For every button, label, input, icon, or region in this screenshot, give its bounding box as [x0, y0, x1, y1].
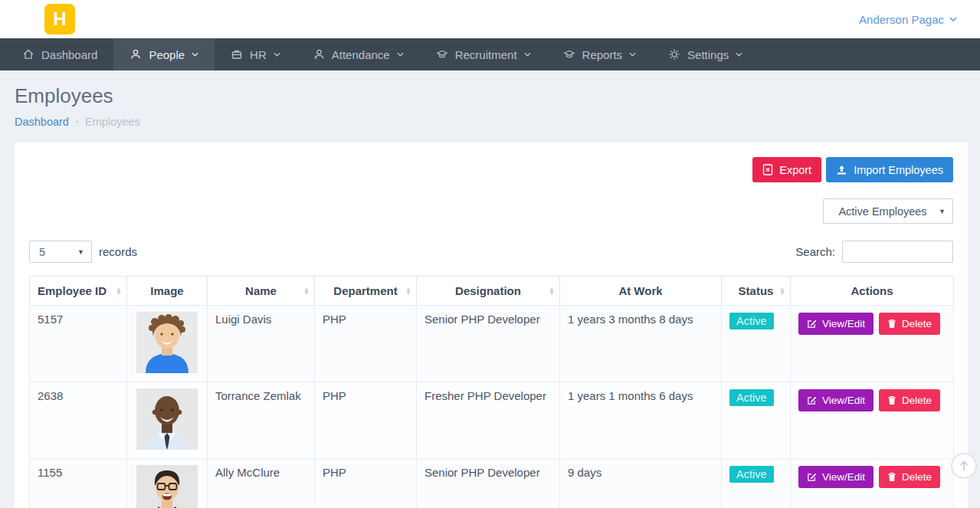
status-badge: Active: [729, 313, 774, 329]
employee-actions-cell: View/Edit Delete: [791, 306, 954, 382]
column-header-employee-id[interactable]: Employee ID▲▼: [30, 277, 127, 306]
chevron-down-icon: [629, 52, 636, 57]
column-header-name[interactable]: Name▲▼: [208, 277, 315, 306]
column-header-department[interactable]: Department▲▼: [315, 277, 417, 306]
search-input[interactable]: [842, 241, 953, 263]
main-nav: Dashboard People HR Attendance Recruitme…: [0, 38, 980, 70]
employee-at-work-cell: 9 days: [560, 459, 722, 508]
employee-designation-cell: Senior PHP Developer: [417, 459, 560, 508]
employee-filter-select[interactable]: Active Employees ▼: [823, 198, 953, 224]
breadcrumb-dashboard-link[interactable]: Dashboard: [15, 116, 69, 128]
select-caret-icon: ▼: [939, 208, 946, 215]
delete-button[interactable]: Delete: [879, 389, 940, 411]
employee-actions-cell: View/Edit Delete: [791, 459, 954, 508]
employee-department-cell: PHP: [315, 459, 417, 508]
nav-label: Dashboard: [41, 48, 97, 61]
toolbar: Export Import Employees: [29, 157, 953, 182]
user-name: Anderson Pagac: [859, 13, 944, 26]
employee-id-cell: 5157: [30, 306, 127, 382]
nav-item-people[interactable]: People: [113, 38, 215, 70]
search-control: Search:: [795, 241, 953, 263]
view-edit-button[interactable]: View/Edit: [798, 389, 873, 411]
employee-photo: [136, 465, 198, 508]
chevron-down-icon: [524, 52, 531, 57]
nav-item-settings[interactable]: Settings: [652, 38, 759, 70]
records-length-control: 5 ▼ records: [29, 241, 137, 263]
table-row: 5157 Luigi Davis PHP Senior PHP: [30, 306, 954, 382]
top-bar: H Anderson Pagac: [0, 0, 980, 38]
person-icon: [129, 48, 142, 61]
employee-status-cell: Active: [722, 459, 791, 508]
nav-item-attendance[interactable]: Attendance: [297, 38, 420, 70]
nav-item-recruitment[interactable]: Recruitment: [420, 38, 547, 70]
export-button-label: Export: [779, 164, 811, 176]
import-employees-button[interactable]: Import Employees: [826, 157, 953, 182]
chevron-down-icon: [949, 17, 957, 21]
employee-image-cell: [127, 459, 208, 508]
nav-item-hr[interactable]: HR: [215, 38, 297, 70]
sort-icon: ▲▼: [779, 287, 785, 295]
trash-icon: [887, 319, 896, 329]
employee-name-cell: Torrance Zemlak: [208, 382, 315, 459]
employee-at-work-cell: 1 years 1 months 6 days: [560, 382, 722, 459]
chevron-down-icon: [192, 52, 198, 57]
column-header-status[interactable]: Status▲▼: [722, 277, 791, 306]
employee-designation-cell: Senior PHP Developer: [417, 306, 560, 382]
graduation-cap-icon: [436, 48, 448, 61]
records-per-page-value: 5: [39, 246, 45, 258]
edit-icon: [807, 472, 817, 482]
import-button-label: Import Employees: [854, 164, 943, 176]
page-head: Employees Dashboard • Employees: [0, 70, 980, 128]
home-icon: [22, 48, 34, 61]
delete-button[interactable]: Delete: [879, 313, 940, 335]
filter-row: Active Employees ▼: [29, 198, 953, 224]
status-badge: Active: [729, 466, 774, 483]
employee-photo: [136, 312, 198, 373]
nav-label: Recruitment: [455, 48, 517, 61]
upload-icon: [836, 165, 847, 175]
sort-icon: ▲▼: [549, 287, 555, 295]
user-menu[interactable]: Anderson Pagac: [859, 13, 957, 26]
column-header-designation[interactable]: Designation▲▼: [417, 277, 560, 306]
chevron-down-icon: [397, 52, 404, 57]
employees-card: Export Import Employees Active Employees…: [15, 143, 968, 508]
nav-label: HR: [250, 48, 267, 61]
page-title: Employees: [15, 84, 965, 108]
edit-icon: [807, 395, 817, 405]
employee-status-cell: Active: [722, 382, 791, 459]
employee-id-cell: 2638: [30, 382, 127, 459]
excel-file-icon: [762, 164, 773, 175]
trash-icon: [887, 472, 896, 482]
app-logo[interactable]: H: [44, 4, 75, 34]
employee-department-cell: PHP: [315, 306, 417, 382]
select-caret-icon: ▼: [77, 248, 84, 256]
app-logo-letter: H: [53, 8, 66, 30]
view-edit-button[interactable]: View/Edit: [798, 313, 873, 335]
arrow-up-icon: [959, 460, 969, 472]
nav-label: Settings: [687, 48, 729, 61]
breadcrumb-current: Employees: [85, 116, 140, 128]
employee-image-cell: [127, 382, 208, 459]
nav-label: Reports: [582, 48, 623, 61]
employee-id-cell: 1155: [30, 459, 127, 508]
table-header-row: Employee ID▲▼ Image Name▲▼ Department▲▼ …: [30, 277, 954, 306]
search-label: Search:: [795, 245, 835, 258]
records-label: records: [99, 245, 137, 258]
delete-button[interactable]: Delete: [879, 466, 940, 488]
records-per-page-select[interactable]: 5 ▼: [29, 241, 92, 263]
employee-name-cell: Ally McClure: [208, 459, 315, 508]
export-button[interactable]: Export: [752, 157, 821, 182]
status-badge: Active: [729, 389, 774, 406]
nav-item-reports[interactable]: Reports: [547, 38, 653, 70]
sort-icon: ▲▼: [405, 287, 411, 295]
person-icon: [313, 48, 325, 61]
view-edit-button[interactable]: View/Edit: [798, 466, 873, 488]
table-controls: 5 ▼ records Search:: [29, 241, 953, 263]
employee-department-cell: PHP: [315, 382, 417, 459]
breadcrumb-separator: •: [76, 118, 78, 126]
scroll-to-top-button[interactable]: [951, 453, 977, 479]
employees-table: Employee ID▲▼ Image Name▲▼ Department▲▼ …: [29, 276, 954, 508]
employee-name-cell: Luigi Davis: [208, 306, 315, 382]
nav-item-dashboard[interactable]: Dashboard: [6, 38, 113, 70]
gear-icon: [668, 48, 680, 61]
